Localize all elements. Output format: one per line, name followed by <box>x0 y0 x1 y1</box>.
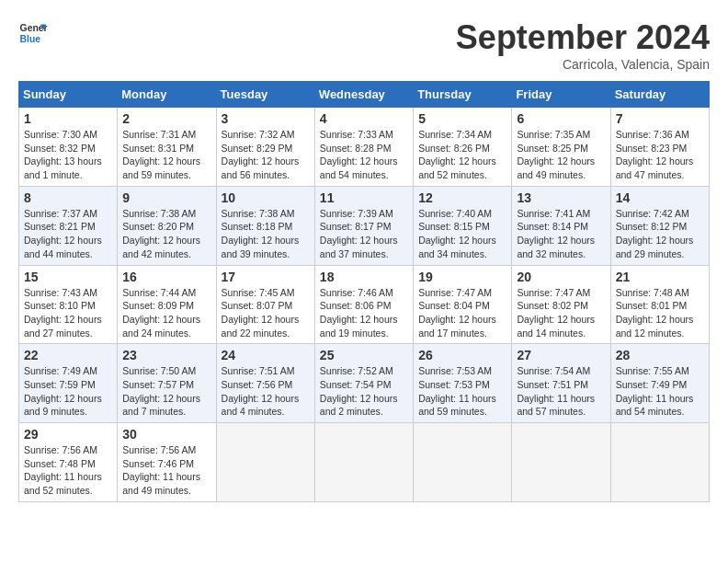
day-number: 7 <box>616 111 704 126</box>
day-number: 22 <box>24 348 112 362</box>
day-info: Sunrise: 7:46 AMSunset: 8:06 PMDaylight:… <box>320 286 408 340</box>
calendar-cell: 26Sunrise: 7:53 AMSunset: 7:53 PMDayligh… <box>414 344 512 423</box>
calendar-cell: 15Sunrise: 7:43 AMSunset: 8:10 PMDayligh… <box>19 265 118 344</box>
calendar-cell <box>512 423 610 502</box>
calendar-cell: 2Sunrise: 7:31 AMSunset: 8:31 PMDaylight… <box>118 108 216 187</box>
day-info: Sunrise: 7:42 AMSunset: 8:12 PMDaylight:… <box>616 207 704 261</box>
day-number: 24 <box>222 348 310 362</box>
day-number: 8 <box>24 190 112 205</box>
day-info: Sunrise: 7:43 AMSunset: 8:10 PMDaylight:… <box>24 286 112 340</box>
day-number: 14 <box>616 190 704 205</box>
day-info: Sunrise: 7:30 AMSunset: 8:32 PMDaylight:… <box>24 128 112 182</box>
day-number: 16 <box>122 270 210 284</box>
month-title: September 2024 <box>456 18 710 57</box>
day-number: 17 <box>222 270 310 284</box>
day-info: Sunrise: 7:44 AMSunset: 8:09 PMDaylight:… <box>122 286 210 340</box>
calendar-cell: 3Sunrise: 7:32 AMSunset: 8:29 PMDaylight… <box>216 108 314 187</box>
day-info: Sunrise: 7:33 AMSunset: 8:28 PMDaylight:… <box>320 128 408 182</box>
day-info: Sunrise: 7:37 AMSunset: 8:21 PMDaylight:… <box>24 207 112 261</box>
calendar-cell: 1Sunrise: 7:30 AMSunset: 8:32 PMDaylight… <box>19 108 118 187</box>
day-number: 9 <box>122 190 210 205</box>
day-info: Sunrise: 7:32 AMSunset: 8:29 PMDaylight:… <box>222 128 310 182</box>
day-info: Sunrise: 7:35 AMSunset: 8:25 PMDaylight:… <box>517 128 605 182</box>
day-info: Sunrise: 7:55 AMSunset: 7:49 PMDaylight:… <box>616 364 704 419</box>
calendar-cell: 29Sunrise: 7:56 AMSunset: 7:48 PMDayligh… <box>19 423 118 502</box>
calendar-table: SundayMondayTuesdayWednesdayThursdayFrid… <box>18 81 710 502</box>
header-friday: Friday <box>512 82 610 108</box>
calendar-cell: 17Sunrise: 7:45 AMSunset: 8:07 PMDayligh… <box>216 265 314 344</box>
calendar-cell: 9Sunrise: 7:38 AMSunset: 8:20 PMDaylight… <box>118 186 216 265</box>
calendar-cell: 22Sunrise: 7:49 AMSunset: 7:59 PMDayligh… <box>19 344 118 423</box>
calendar-cell: 5Sunrise: 7:34 AMSunset: 8:26 PMDaylight… <box>414 108 512 187</box>
calendar-cell: 11Sunrise: 7:39 AMSunset: 8:17 PMDayligh… <box>314 186 413 265</box>
day-number: 10 <box>222 190 310 205</box>
header-saturday: Saturday <box>610 82 709 108</box>
day-info: Sunrise: 7:47 AMSunset: 8:04 PMDaylight:… <box>418 286 506 340</box>
day-info: Sunrise: 7:36 AMSunset: 8:23 PMDaylight:… <box>616 128 704 182</box>
calendar-cell: 16Sunrise: 7:44 AMSunset: 8:09 PMDayligh… <box>118 265 216 344</box>
calendar-cell: 4Sunrise: 7:33 AMSunset: 8:28 PMDaylight… <box>314 108 413 187</box>
day-info: Sunrise: 7:41 AMSunset: 8:14 PMDaylight:… <box>517 207 605 261</box>
page-header: General Blue September 2024 Carricola, V… <box>18 18 710 72</box>
calendar-cell: 13Sunrise: 7:41 AMSunset: 8:14 PMDayligh… <box>512 186 610 265</box>
day-number: 4 <box>320 111 408 126</box>
calendar-cell: 6Sunrise: 7:35 AMSunset: 8:25 PMDaylight… <box>512 108 610 187</box>
calendar-cell: 25Sunrise: 7:52 AMSunset: 7:54 PMDayligh… <box>314 344 413 423</box>
day-number: 27 <box>517 348 605 362</box>
day-number: 13 <box>517 190 605 205</box>
day-number: 11 <box>320 190 408 205</box>
day-number: 1 <box>24 111 112 126</box>
day-info: Sunrise: 7:52 AMSunset: 7:54 PMDaylight:… <box>320 364 408 419</box>
header-sunday: Sunday <box>19 82 118 108</box>
day-number: 19 <box>418 270 506 284</box>
day-info: Sunrise: 7:48 AMSunset: 8:01 PMDaylight:… <box>616 286 704 340</box>
day-info: Sunrise: 7:40 AMSunset: 8:15 PMDaylight:… <box>418 207 506 261</box>
calendar-cell: 23Sunrise: 7:50 AMSunset: 7:57 PMDayligh… <box>118 344 216 423</box>
day-number: 6 <box>517 111 605 126</box>
day-info: Sunrise: 7:31 AMSunset: 8:31 PMDaylight:… <box>122 128 210 182</box>
day-info: Sunrise: 7:53 AMSunset: 7:53 PMDaylight:… <box>418 364 506 419</box>
calendar-cell: 20Sunrise: 7:47 AMSunset: 8:02 PMDayligh… <box>512 265 610 344</box>
day-number: 28 <box>616 348 704 362</box>
day-info: Sunrise: 7:54 AMSunset: 7:51 PMDaylight:… <box>517 364 605 419</box>
day-number: 18 <box>320 270 408 284</box>
header-monday: Monday <box>118 82 216 108</box>
calendar-row-3: 15Sunrise: 7:43 AMSunset: 8:10 PMDayligh… <box>19 265 710 344</box>
header-thursday: Thursday <box>414 82 512 108</box>
calendar-cell: 14Sunrise: 7:42 AMSunset: 8:12 PMDayligh… <box>610 186 709 265</box>
calendar-cell <box>216 423 314 502</box>
day-number: 2 <box>122 111 210 126</box>
day-info: Sunrise: 7:51 AMSunset: 7:56 PMDaylight:… <box>222 364 310 419</box>
day-number: 26 <box>418 348 506 362</box>
calendar-row-2: 8Sunrise: 7:37 AMSunset: 8:21 PMDaylight… <box>19 186 710 265</box>
calendar-cell: 10Sunrise: 7:38 AMSunset: 8:18 PMDayligh… <box>216 186 314 265</box>
day-info: Sunrise: 7:39 AMSunset: 8:17 PMDaylight:… <box>320 207 408 261</box>
header-row: SundayMondayTuesdayWednesdayThursdayFrid… <box>19 82 710 108</box>
calendar-cell: 12Sunrise: 7:40 AMSunset: 8:15 PMDayligh… <box>414 186 512 265</box>
location: Carricola, Valencia, Spain <box>456 57 710 72</box>
logo-icon: General Blue <box>18 18 48 48</box>
day-number: 30 <box>122 427 210 442</box>
day-number: 21 <box>616 270 704 284</box>
day-info: Sunrise: 7:56 AMSunset: 7:46 PMDaylight:… <box>122 443 210 498</box>
day-info: Sunrise: 7:38 AMSunset: 8:20 PMDaylight:… <box>122 207 210 261</box>
calendar-cell: 8Sunrise: 7:37 AMSunset: 8:21 PMDaylight… <box>19 186 118 265</box>
header-tuesday: Tuesday <box>216 82 314 108</box>
day-number: 5 <box>418 111 506 126</box>
header-wednesday: Wednesday <box>314 82 413 108</box>
day-info: Sunrise: 7:49 AMSunset: 7:59 PMDaylight:… <box>24 364 112 419</box>
calendar-cell: 28Sunrise: 7:55 AMSunset: 7:49 PMDayligh… <box>610 344 709 423</box>
calendar-row-5: 29Sunrise: 7:56 AMSunset: 7:48 PMDayligh… <box>19 423 710 502</box>
day-number: 3 <box>222 111 310 126</box>
day-info: Sunrise: 7:45 AMSunset: 8:07 PMDaylight:… <box>222 286 310 340</box>
calendar-cell: 27Sunrise: 7:54 AMSunset: 7:51 PMDayligh… <box>512 344 610 423</box>
calendar-cell <box>314 423 413 502</box>
day-number: 15 <box>24 270 112 284</box>
calendar-cell: 19Sunrise: 7:47 AMSunset: 8:04 PMDayligh… <box>414 265 512 344</box>
calendar-cell: 18Sunrise: 7:46 AMSunset: 8:06 PMDayligh… <box>314 265 413 344</box>
day-number: 12 <box>418 190 506 205</box>
calendar-row-4: 22Sunrise: 7:49 AMSunset: 7:59 PMDayligh… <box>19 344 710 423</box>
svg-text:Blue: Blue <box>20 34 41 44</box>
title-block: September 2024 Carricola, Valencia, Spai… <box>456 18 710 72</box>
day-info: Sunrise: 7:50 AMSunset: 7:57 PMDaylight:… <box>122 364 210 419</box>
